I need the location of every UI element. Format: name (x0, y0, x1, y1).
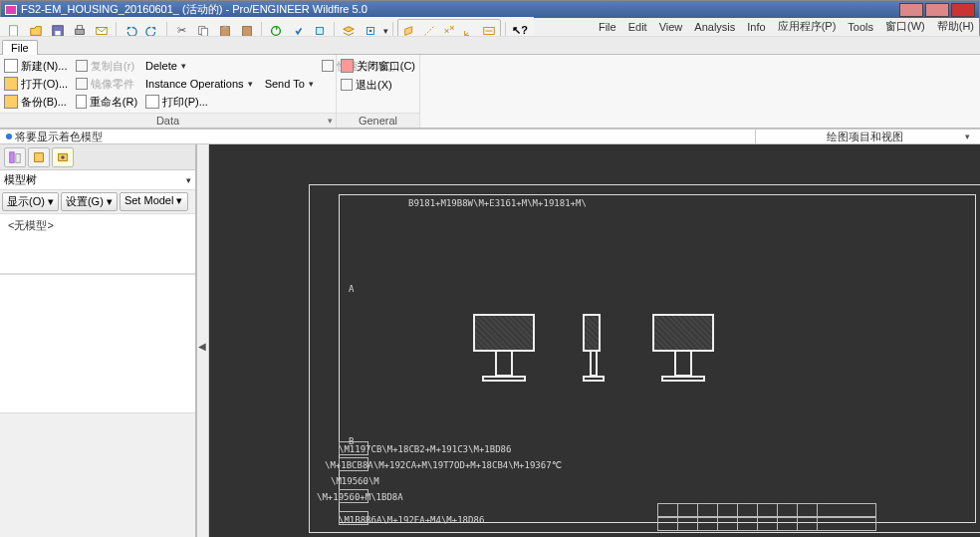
panel-mid-blank (0, 274, 195, 413)
svg-rect-7 (201, 28, 207, 36)
svg-rect-20 (10, 151, 14, 162)
svg-rect-0 (10, 25, 18, 36)
table-cell (339, 441, 368, 455)
svg-rect-4 (77, 25, 82, 29)
ribbon-open[interactable]: 打开(O)... (4, 75, 68, 93)
table-cell (339, 511, 368, 525)
ribbon-tab-file[interactable]: File (2, 40, 38, 55)
panel-lower-blank (0, 413, 195, 537)
view-front[interactable] (473, 314, 535, 382)
menu-file[interactable]: File (599, 21, 616, 33)
window-title: FS2-EM_HOUSING_20160601_ (活动的) - Pro/ENG… (21, 2, 368, 17)
svg-rect-3 (76, 29, 85, 34)
svg-rect-10 (243, 26, 252, 36)
table-cell (339, 489, 368, 503)
menu-help[interactable]: 帮助(H) (937, 19, 974, 34)
svg-line-15 (425, 26, 434, 35)
status-right-dropdown[interactable]: 绘图项目和视图 (755, 130, 974, 143)
table-row-2: \M19560\M (331, 476, 379, 486)
ribbon-delete[interactable]: Delete▾ (145, 57, 314, 75)
ribbon-instance-ops[interactable]: Instance Operations▾ Send To▾ (145, 75, 314, 93)
canvas-left-margin[interactable]: ◀ (197, 144, 209, 537)
menu-apps[interactable]: 应用程序(P) (778, 19, 837, 34)
minimize-button[interactable] (899, 3, 923, 17)
status-text: 将要显示着色模型 (15, 130, 103, 144)
left-tab-2[interactable] (28, 147, 50, 167)
ribbon-mirror[interactable]: 镜像零件 (76, 75, 137, 93)
menu-tools[interactable]: Tools (848, 21, 873, 33)
table-cell (339, 457, 368, 471)
svg-rect-12 (317, 27, 324, 34)
open-icon (4, 77, 18, 91)
backup-icon (4, 95, 18, 109)
collapse-arrow-icon[interactable]: ◀ (198, 341, 206, 352)
ribbon-exit[interactable]: 退出(X) (341, 76, 415, 94)
titleblock-grid-2 (657, 517, 876, 531)
view-side[interactable] (583, 314, 605, 382)
rename-icon (76, 95, 87, 109)
svg-rect-2 (55, 31, 60, 35)
status-indicator-icon (6, 134, 12, 139)
frame-top-text: B9181+M19B8W\M+E3161+M\M+19181+M\ (408, 198, 587, 208)
panel-show-button[interactable]: 显示(O) ▾ (2, 192, 59, 211)
left-tab-3[interactable] (52, 147, 74, 167)
ribbon-group-general-label: General (337, 113, 419, 128)
close-button[interactable] (951, 3, 975, 17)
svg-rect-22 (35, 152, 44, 161)
dropdown-arrow-icon[interactable]: ▾ (383, 26, 388, 36)
ribbon-backup[interactable]: 备份(B)... (4, 93, 68, 111)
ribbon-print[interactable]: 打印(P)... (145, 93, 314, 111)
panel-setmodel-button[interactable]: Set Model ▾ (120, 192, 188, 211)
panel-settings-button[interactable]: 设置(G) ▾ (61, 192, 118, 211)
ribbon-close-window[interactable]: 关闭窗口(C) (341, 57, 415, 75)
ribbon-new[interactable]: 新建(N)... (4, 57, 68, 75)
ribbon-copyfrom[interactable]: 复制自(r) (76, 57, 137, 75)
menu-window[interactable]: 窗口(W) (885, 19, 925, 34)
panel-header-arrow-icon[interactable]: ▾ (186, 175, 191, 185)
checkbox-icon (76, 60, 88, 72)
svg-rect-9 (223, 25, 227, 28)
frame-marker-a: A (349, 284, 354, 294)
ribbon-group-data-label: Data▾ (0, 113, 336, 128)
checkbox-icon (341, 79, 353, 91)
close-window-icon (341, 59, 354, 73)
checkbox-icon (322, 60, 334, 72)
print-icon-small (145, 95, 159, 109)
svg-point-24 (61, 155, 65, 159)
drawing-canvas[interactable]: B9181+M19B8W\M+E3161+M\M+19181+M\ A B \M… (209, 144, 980, 537)
svg-rect-21 (16, 153, 20, 162)
menu-view[interactable]: View (659, 21, 683, 33)
checkbox-icon (76, 78, 88, 90)
menu-edit[interactable]: Edit (628, 21, 647, 33)
panel-header-label: 模型树 (4, 172, 37, 187)
new-icon (4, 59, 18, 73)
maximize-button[interactable] (925, 3, 949, 17)
left-tab-1[interactable] (4, 147, 26, 167)
model-tree-area[interactable]: <无模型> (0, 214, 195, 274)
ribbon-rename[interactable]: 重命名(R) (76, 93, 137, 111)
titleblock-grid (657, 503, 876, 517)
view-rear[interactable] (652, 314, 714, 382)
app-icon (5, 5, 17, 15)
menu-analysis[interactable]: Analysis (694, 21, 735, 33)
menu-info[interactable]: Info (747, 21, 765, 33)
svg-text:×: × (449, 24, 455, 33)
svg-point-14 (369, 29, 372, 32)
